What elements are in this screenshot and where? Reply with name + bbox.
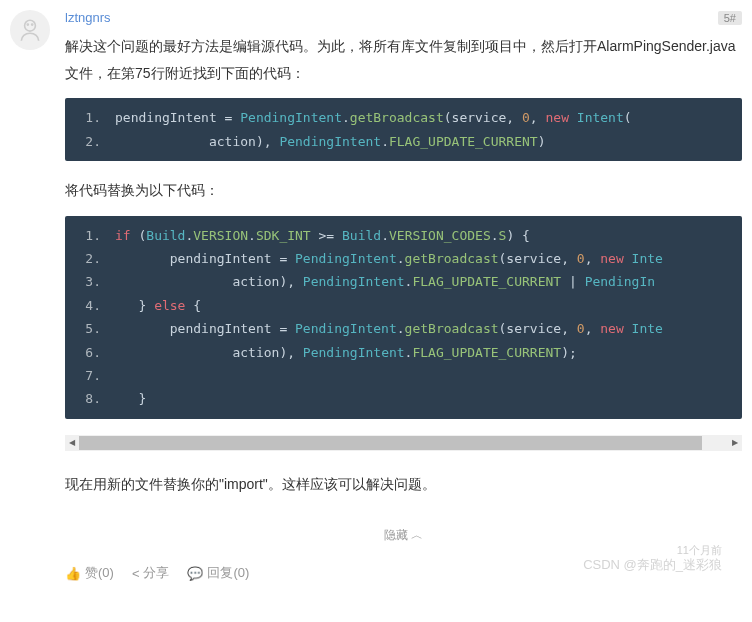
like-label: 赞(0) [85,564,114,582]
post-header: lztngnrs 5# [65,10,742,25]
code-content: action), PendingIntent.FLAG_UPDATE_CURRE… [115,341,742,364]
share-label: 分享 [143,564,169,582]
floor-badge: 5# [718,11,742,25]
code-content: action), PendingIntent.FLAG_UPDATE_CURRE… [115,130,742,153]
collapse-toggle[interactable]: 隐藏 ︿ [65,527,742,544]
code-content: pendingIntent = PendingIntent.getBroadca… [115,106,742,129]
share-button[interactable]: < 分享 [132,564,170,582]
avatar[interactable] [10,10,50,50]
code-content: pendingIntent = PendingIntent.getBroadca… [115,317,742,340]
code-line: 6. action), PendingIntent.FLAG_UPDATE_CU… [65,341,742,364]
code-line: 5. pendingIntent = PendingIntent.getBroa… [65,317,742,340]
line-number: 7. [65,364,115,387]
line-number: 3. [65,270,115,293]
code-line: 8. } [65,387,742,410]
paragraph: 将代码替换为以下代码： [65,177,742,204]
paragraph: 现在用新的文件替换你的"import"。这样应该可以解决问题。 [65,471,742,498]
line-number: 8. [65,387,115,410]
code-content: if (Build.VERSION.SDK_INT >= Build.VERSI… [115,224,742,247]
svg-point-0 [25,20,36,31]
forum-post: lztngnrs 5# 解决这个问题的最好方法是编辑源代码。为此，将所有库文件复… [10,10,742,588]
code-line: 3. action), PendingIntent.FLAG_UPDATE_CU… [65,270,742,293]
code-content: pendingIntent = PendingIntent.getBroadca… [115,247,742,270]
code-line: 1.pendingIntent = PendingIntent.getBroad… [65,106,742,129]
line-number: 4. [65,294,115,317]
svg-point-1 [27,24,28,25]
code-line: 7. [65,364,742,387]
scroll-right-arrow[interactable]: ▶ [728,436,742,450]
code-block-1: 1.pendingIntent = PendingIntent.getBroad… [65,98,742,161]
reply-label: 回复(0) [207,564,249,582]
code-line: 4. } else { [65,294,742,317]
code-content [115,364,742,387]
code-content: action), PendingIntent.FLAG_UPDATE_CURRE… [115,270,742,293]
code-line: 2. action), PendingIntent.FLAG_UPDATE_CU… [65,130,742,153]
code-line: 1.if (Build.VERSION.SDK_INT >= Build.VER… [65,224,742,247]
paragraph: 解决这个问题的最好方法是编辑源代码。为此，将所有库文件复制到项目中，然后打开Al… [65,33,742,86]
line-number: 1. [65,106,115,129]
share-icon: < [132,566,140,581]
line-number: 2. [65,247,115,270]
reply-button[interactable]: 💬 回复(0) [187,564,249,582]
code-content: } [115,387,742,410]
svg-point-2 [32,24,33,25]
code-block-2: 1.if (Build.VERSION.SDK_INT >= Build.VER… [65,216,742,419]
code-content: } else { [115,294,742,317]
like-button[interactable]: 👍 赞(0) [65,564,114,582]
post-actions: 👍 赞(0) < 分享 💬 回复(0) [65,564,742,588]
timestamp: 11个月前 [677,543,722,558]
line-number: 1. [65,224,115,247]
comment-icon: 💬 [187,566,203,581]
username[interactable]: lztngnrs [65,10,111,25]
avatar-icon [17,17,43,43]
horizontal-scrollbar[interactable]: ◀ ▶ [65,435,742,451]
scrollbar-thumb[interactable] [79,436,702,450]
line-number: 2. [65,130,115,153]
thumbs-up-icon: 👍 [65,566,81,581]
line-number: 5. [65,317,115,340]
scroll-left-arrow[interactable]: ◀ [65,436,79,450]
line-number: 6. [65,341,115,364]
code-line: 2. pendingIntent = PendingIntent.getBroa… [65,247,742,270]
